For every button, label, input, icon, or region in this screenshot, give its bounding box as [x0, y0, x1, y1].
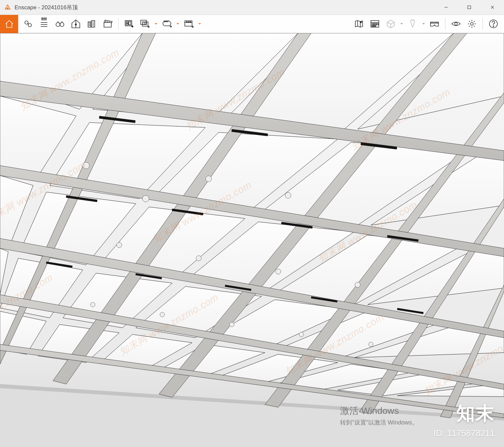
svg-point-119	[355, 282, 360, 287]
svg-point-53	[471, 23, 473, 25]
toolbar-separator	[445, 18, 445, 30]
home-button[interactable]	[0, 15, 18, 33]
asset-library-button[interactable]	[367, 16, 383, 32]
svg-line-6	[27, 24, 29, 24]
svg-rect-51	[430, 22, 438, 23]
svg-point-123	[299, 332, 304, 337]
screenshot-button[interactable]	[121, 16, 137, 32]
svg-rect-18	[91, 21, 95, 27]
help-button[interactable]	[485, 16, 501, 32]
toolbar-separator	[482, 18, 483, 30]
title-bar: Enscape - 20241016吊顶	[0, 0, 504, 15]
svg-point-120	[90, 302, 95, 307]
walk-mode-button[interactable]	[405, 16, 421, 32]
batch-render-button[interactable]	[137, 16, 153, 32]
svg-rect-34	[141, 20, 146, 25]
svg-rect-50	[374, 25, 376, 26]
svg-point-122	[229, 322, 234, 327]
bim-mode-button[interactable]: BIM	[36, 16, 52, 32]
svg-point-112	[83, 162, 89, 169]
svg-point-11	[60, 23, 64, 26]
close-button[interactable]	[481, 0, 504, 15]
svg-point-43	[360, 22, 362, 23]
svg-rect-47	[374, 24, 376, 25]
svg-point-55	[493, 26, 494, 26]
svg-point-113	[142, 195, 149, 202]
exe-export-button[interactable]: EXE	[181, 16, 197, 32]
minimize-button[interactable]	[434, 0, 458, 15]
toolbar-separator	[118, 18, 119, 30]
map-button[interactable]	[351, 16, 367, 32]
svg-point-116	[117, 242, 122, 248]
exe-label: EXE	[182, 21, 195, 24]
bim-label: BIM	[36, 17, 52, 20]
svg-point-114	[206, 176, 212, 182]
svg-rect-33	[129, 22, 131, 25]
cube-view-dropdown[interactable]	[399, 22, 405, 26]
exe-export-dropdown[interactable]	[197, 22, 203, 26]
ceiling-render-scene	[0, 33, 504, 447]
batch-render-dropdown[interactable]	[153, 22, 159, 26]
svg-rect-46	[372, 24, 374, 25]
walk-mode-dropdown[interactable]	[421, 22, 427, 26]
link-views-button[interactable]	[20, 16, 36, 32]
video-clapper-button[interactable]	[100, 16, 116, 32]
svg-rect-49	[372, 25, 374, 26]
window-controls	[434, 0, 504, 15]
cube-view-button[interactable]	[383, 16, 399, 32]
svg-point-121	[160, 312, 165, 317]
svg-point-117	[196, 256, 201, 261]
render-viewport[interactable]: 知末网 www.znzmo.com 知末网 www.znzmo.com 知末网 …	[0, 33, 504, 447]
maximize-button[interactable]	[458, 0, 481, 15]
perspective-view-button[interactable]	[68, 16, 84, 32]
main-toolbar: BIM 360° EXE	[0, 15, 504, 33]
buildings-button[interactable]	[84, 16, 100, 32]
svg-point-124	[369, 342, 373, 347]
pano-label: 360°	[159, 20, 174, 23]
svg-point-118	[276, 269, 281, 274]
enscape-logo-icon	[4, 4, 11, 11]
svg-rect-1	[468, 6, 471, 9]
svg-point-10	[56, 23, 60, 26]
panorama-dropdown[interactable]	[175, 22, 181, 26]
svg-point-52	[455, 23, 457, 25]
visibility-eye-button[interactable]	[448, 16, 464, 32]
binoculars-button[interactable]	[52, 16, 68, 32]
svg-rect-48	[377, 24, 378, 25]
svg-rect-32	[126, 24, 128, 25]
panorama-360-button[interactable]: 360°	[159, 16, 175, 32]
window-title: Enscape - 20241016吊顶	[15, 4, 78, 11]
svg-rect-31	[126, 22, 128, 23]
svg-rect-26	[104, 23, 111, 27]
vr-headset-button[interactable]	[427, 16, 442, 32]
settings-gear-button[interactable]	[464, 16, 480, 32]
svg-point-16	[75, 24, 76, 25]
svg-point-115	[285, 192, 291, 198]
